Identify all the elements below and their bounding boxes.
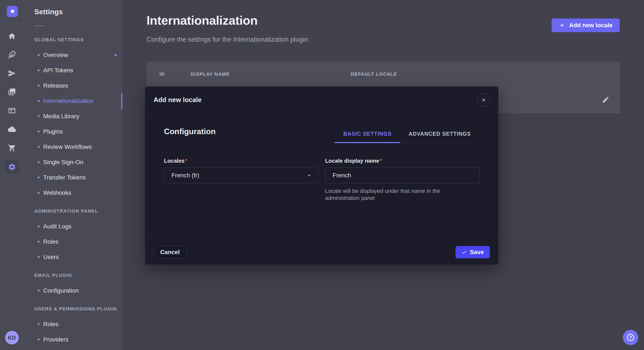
active-indicator	[121, 93, 122, 109]
sidebar-item-media-library[interactable]: Media Library	[24, 109, 122, 124]
sidebar-item-providers[interactable]: Providers	[24, 332, 122, 347]
cancel-button[interactable]: Cancel	[154, 246, 186, 258]
sidebar-item-label: Plugins	[43, 128, 63, 135]
bullet-icon	[38, 85, 40, 87]
page-subtitle: Configure the settings for the Internati…	[146, 36, 308, 43]
sidebar-item-label: API Tokens	[43, 67, 73, 74]
nav-cloud[interactable]	[5, 123, 19, 136]
sidebar-item-api-tokens[interactable]: API Tokens	[24, 63, 122, 78]
sidebar-item-plugins[interactable]: Plugins	[24, 124, 122, 139]
settings-sidebar: Settings GLOBAL SETTINGS Overview API To…	[24, 0, 122, 350]
display-name-helper-text: Locale will be displayed under that name…	[325, 187, 470, 201]
section-users-permissions-plugin: USERS & PERMISSIONS PLUGIN	[24, 301, 122, 317]
required-asterisk: *	[380, 158, 382, 164]
add-new-locale-label: Add new locale	[569, 22, 612, 29]
check-icon	[462, 249, 467, 255]
paper-plane-icon	[8, 69, 16, 77]
sidebar-item-label: Webhooks	[43, 189, 71, 196]
sidebar-item-webhooks[interactable]: Webhooks	[24, 185, 122, 200]
bullet-icon	[38, 54, 40, 56]
sidebar-item-overview[interactable]: Overview	[24, 47, 122, 63]
form-fields-row: Locales* French (fr) Locale display name…	[164, 158, 480, 201]
bullet-icon	[38, 323, 40, 325]
sidebar-item-single-sign-on[interactable]: Single Sign-On	[24, 155, 122, 170]
configuration-title: Configuration	[164, 127, 216, 143]
nav-settings[interactable]	[5, 160, 19, 174]
sidebar-item-label: Review Workflows	[43, 144, 92, 150]
tab-advanced-settings[interactable]: ADVANCED SETTINGS	[400, 131, 480, 143]
locales-select-value: French (fr)	[172, 172, 199, 179]
sidebar-item-label: Users	[43, 254, 59, 260]
add-new-locale-button[interactable]: Add new locale	[552, 18, 620, 32]
add-new-locale-modal: Add new locale Configuration BASIC SETTI…	[145, 87, 498, 265]
bullet-icon	[38, 176, 40, 178]
sidebar-item-label: Roles	[43, 321, 58, 328]
chevron-down-icon	[306, 172, 313, 179]
sidebar-item-audit-logs[interactable]: Audit Logs	[24, 219, 122, 234]
locales-field: Locales* French (fr)	[164, 158, 318, 201]
column-header-display-name: DISPLAY NAME	[191, 71, 230, 77]
bullet-icon	[38, 256, 40, 258]
nav-content-manager[interactable]	[5, 104, 19, 117]
plus-icon	[559, 22, 565, 28]
bullet-icon	[38, 115, 40, 117]
strapi-logo[interactable]	[7, 6, 18, 17]
sidebar-item-review-workflows[interactable]: Review Workflows	[24, 139, 122, 155]
bullet-icon	[38, 192, 40, 194]
nav-content-type-builder[interactable]	[5, 48, 19, 61]
column-header-default-locale: DEFAULT LOCALE	[351, 71, 397, 77]
close-icon	[481, 97, 486, 103]
save-button[interactable]: Save	[456, 246, 490, 258]
user-avatar[interactable]: KD	[5, 331, 19, 345]
section-email-plugin: EMAIL PLUGIN	[24, 268, 122, 283]
sidebar-item-label: Audit Logs	[43, 223, 71, 230]
icon-rail: KD	[0, 0, 24, 350]
sidebar-item-releases[interactable]: Releases	[24, 78, 122, 93]
bullet-icon	[38, 225, 40, 227]
nav-media-library[interactable]	[5, 85, 19, 99]
sidebar-item-transfer-tokens[interactable]: Transfer Tokens	[24, 170, 122, 185]
column-header-id: ID	[160, 71, 165, 77]
sidebar-menu: GLOBAL SETTINGS Overview API Tokens Rele…	[24, 32, 122, 347]
bullet-icon	[38, 241, 40, 243]
sidebar-item-label: Single Sign-On	[43, 159, 83, 166]
locales-label-text: Locales	[164, 158, 185, 164]
nav-marketplace[interactable]	[5, 141, 19, 155]
cloud-icon	[8, 125, 16, 133]
display-name-input[interactable]	[325, 168, 480, 183]
nav-home[interactable]	[5, 29, 19, 43]
sidebar-item-label: Providers	[43, 336, 68, 343]
svg-text:?: ?	[629, 335, 632, 340]
help-button[interactable]: ?	[623, 330, 638, 345]
avatar-initials: KD	[8, 335, 16, 341]
locales-label: Locales*	[164, 158, 318, 164]
page-title: Internationalization	[146, 13, 258, 27]
sidebar-item-label: Transfer Tokens	[43, 174, 86, 181]
bullet-icon	[38, 146, 40, 148]
sidebar-item-label: Internationalization	[43, 98, 93, 104]
sidebar-item-label: Overview	[43, 52, 68, 58]
rail-divider	[0, 328, 24, 328]
required-asterisk: *	[185, 158, 188, 164]
sidebar-item-email-configuration[interactable]: Configuration	[24, 283, 122, 298]
sidebar-item-admin-roles[interactable]: Roles	[24, 234, 122, 249]
section-administration-panel: ADMINISTRATION PANEL	[24, 203, 122, 219]
bullet-icon	[38, 69, 40, 71]
sidebar-item-label: Releases	[43, 82, 68, 89]
close-modal-button[interactable]	[478, 94, 490, 106]
settings-tabs: BASIC SETTINGS ADVANCED SETTINGS	[335, 131, 480, 143]
edit-locale-button[interactable]	[600, 95, 611, 105]
sidebar-item-users[interactable]: Users	[24, 249, 122, 265]
question-circle-icon: ?	[626, 333, 635, 342]
pencil-icon	[602, 96, 610, 104]
sidebar-item-internationalization[interactable]: Internationalization	[24, 93, 122, 109]
display-name-field: Locale display name* Locale will be disp…	[325, 158, 480, 201]
locales-select[interactable]: French (fr)	[164, 168, 318, 183]
media-icon	[8, 88, 16, 96]
sidebar-item-up-roles[interactable]: Roles	[24, 317, 122, 332]
tab-basic-settings[interactable]: BASIC SETTINGS	[335, 131, 400, 143]
save-button-label: Save	[470, 249, 484, 256]
modal-body: Configuration BASIC SETTINGS ADVANCED SE…	[145, 114, 498, 239]
rail-divider	[0, 23, 24, 24]
nav-deploy[interactable]	[5, 67, 19, 80]
